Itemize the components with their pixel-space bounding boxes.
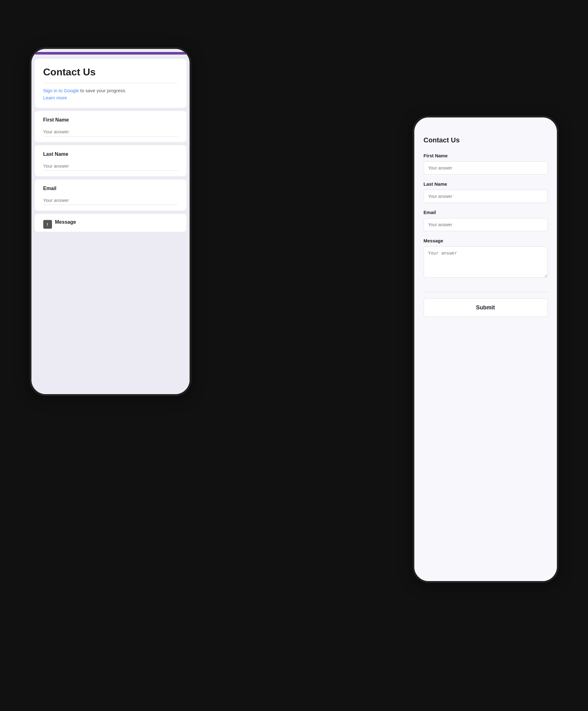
right-first-name-label: First Name [424, 153, 547, 158]
sign-in-text: Sign in to Google to save your progress. [43, 87, 178, 94]
right-first-name-group: First Name [424, 153, 547, 174]
submit-button[interactable]: Submit [424, 299, 547, 317]
right-first-name-input[interactable] [424, 161, 547, 174]
left-phone-title: Contact Us [43, 66, 178, 78]
message-label: Message [55, 219, 76, 225]
header-card: Contact Us Sign in to Google to save you… [35, 59, 186, 108]
right-email-group: Email [424, 210, 547, 231]
right-last-name-input[interactable] [424, 190, 547, 203]
right-phone: Contact Us First Name Last Name Email Me… [412, 115, 559, 583]
right-message-input[interactable] [424, 246, 547, 278]
right-message-label: Message [424, 238, 547, 243]
right-email-label: Email [424, 210, 547, 215]
first-name-input[interactable] [43, 128, 178, 136]
top-bar [35, 52, 186, 55]
email-label: Email [43, 186, 178, 191]
right-email-input[interactable] [424, 218, 547, 231]
email-input[interactable] [43, 196, 178, 205]
last-name-card: Last Name [35, 145, 186, 176]
email-card: Email [35, 179, 186, 211]
first-name-card: First Name [35, 111, 186, 142]
right-divider [424, 292, 547, 292]
right-message-group: Message [424, 238, 547, 279]
right-last-name-group: Last Name [424, 181, 547, 203]
message-card: ! Message [35, 214, 186, 232]
right-phone-title: Contact Us [424, 136, 547, 144]
last-name-input[interactable] [43, 162, 178, 171]
right-last-name-label: Last Name [424, 181, 547, 187]
message-icon: ! [43, 220, 52, 229]
header-divider [43, 83, 178, 83]
first-name-label: First Name [43, 117, 178, 123]
learn-more-link[interactable]: Learn more [43, 95, 178, 100]
sign-in-link[interactable]: Sign in to Google [43, 88, 80, 93]
left-phone: Contact Us Sign in to Google to save you… [29, 47, 191, 396]
last-name-label: Last Name [43, 151, 178, 157]
